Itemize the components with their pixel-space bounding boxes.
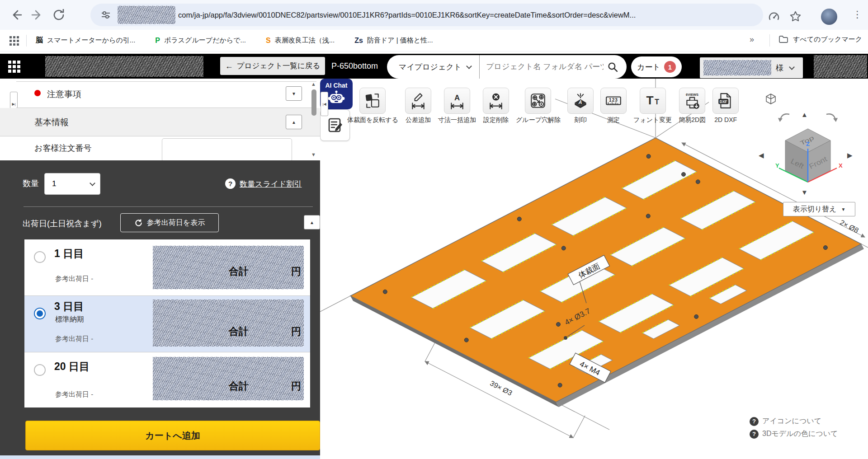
- bookmarks-overflow-chevron[interactable]: »: [750, 35, 754, 44]
- tool-batch-dimension[interactable]: A 寸法一括追加: [438, 88, 476, 124]
- view-switch-button[interactable]: 表示切り替え ▼: [783, 202, 855, 216]
- cart-label: カート: [637, 62, 660, 72]
- reload-icon[interactable]: [52, 8, 66, 22]
- radio-unchecked[interactable]: [34, 251, 46, 263]
- annotation-large-holes[interactable]: 2× Ø8: [839, 218, 860, 234]
- profile-avatar[interactable]: [821, 9, 837, 25]
- quantity-label: 数量: [23, 178, 39, 189]
- discount-help-icon[interactable]: ?: [225, 178, 236, 189]
- performance-gauge-icon[interactable]: [768, 11, 780, 23]
- quantity-discount-link[interactable]: 数量スライド割引: [240, 179, 302, 189]
- tool-label: グループ穴解除: [516, 116, 561, 124]
- tool-label: 設定削除: [483, 116, 509, 124]
- chrome-menu-icon[interactable]: ⋮: [853, 9, 862, 20]
- tool-label: フォント変更: [633, 116, 672, 124]
- view-navigation: ▲ ◀ Top Left Front Y Z X ▶ ▼ 表示切り替え ▼: [756, 88, 860, 220]
- scroll-up-arrow[interactable]: ▲: [311, 81, 316, 87]
- back-to-projects-button[interactable]: ← プロジェクト一覧に戻る: [220, 57, 325, 75]
- all-bookmarks-button[interactable]: すべてのブックマーク: [778, 34, 862, 44]
- reference-date-text: 参考出荷日 -: [55, 390, 93, 399]
- tool-change-font[interactable]: T T フォント変更: [633, 88, 672, 124]
- show-reference-date-button[interactable]: 参考出荷日を表示: [120, 213, 219, 232]
- orientation-cube[interactable]: Top Left Front Y Z X: [772, 124, 844, 197]
- divider: [26, 35, 27, 47]
- cube-outline-icon[interactable]: [764, 93, 778, 106]
- shipping-option-3day[interactable]: 3 日目 標準納期 参考出荷日 - 合計 円: [24, 296, 310, 352]
- part-settings-panel: ▶| 注意事項 ▼ 基本情報 ▲ お客様注文番号 ▲ ▼: [0, 79, 320, 160]
- user-menu[interactable]: 様: [700, 57, 803, 78]
- quantity-select[interactable]: 1: [44, 173, 100, 195]
- radio-unchecked[interactable]: [34, 364, 46, 376]
- bookmark-item[interactable]: Zs 防音ドア | 価格と性...: [354, 36, 433, 45]
- tilt-down-arrow[interactable]: ▼: [801, 188, 808, 196]
- help-about-model-colors[interactable]: ? 3Dモデルの色について: [750, 429, 838, 439]
- tool-delete-setting[interactable]: 設定削除: [483, 88, 509, 124]
- shipping-option-20day[interactable]: 20 日目 参考出荷日 - 合計 円: [24, 352, 310, 408]
- bookmark-star-icon[interactable]: [789, 10, 802, 23]
- tool-label: 公差追加: [406, 116, 431, 124]
- tool-engrave[interactable]: A 刻印: [567, 88, 594, 124]
- bookmark-favicon: Zs: [354, 37, 363, 45]
- total-label: 合計: [229, 265, 249, 278]
- chevron-down-icon: [90, 180, 95, 186]
- back-to-projects-label: プロジェクト一覧に戻る: [237, 61, 321, 71]
- rotate-right-step-arrow[interactable]: ▶: [847, 151, 853, 159]
- site-settings-icon[interactable]: [100, 9, 111, 20]
- apps-grid-icon[interactable]: [8, 35, 20, 47]
- tool-label: 2D DXF: [714, 116, 737, 123]
- standard-delivery-note: 標準納期: [55, 315, 84, 324]
- search-input[interactable]: [480, 62, 607, 71]
- rotate-right-icon[interactable]: [825, 110, 839, 123]
- forward-icon[interactable]: [30, 7, 45, 23]
- option-day-label: 1 日目: [54, 247, 84, 261]
- bookmark-item[interactable]: P ポラスグループだからで...: [155, 36, 246, 45]
- rotate-left-step-arrow[interactable]: ◀: [759, 151, 764, 159]
- url-text[interactable]: com/ja-jp/app/fa/3dview/0010DNEC82/parts…: [178, 11, 636, 19]
- shipping-options: 1 日目 参考出荷日 - 合計 円 3 日目 標準納期 参考出荷日 - 合計 円…: [24, 239, 310, 407]
- address-bar[interactable]: com/ja-jp/app/fa/3dview/0010DNEC82/parts…: [90, 4, 763, 26]
- tool-add-tolerance[interactable]: 公差追加: [405, 88, 431, 124]
- viewer-collapse-handle[interactable]: |◀: [321, 92, 328, 116]
- tool-2d-dxf[interactable]: DXF 2D DXF: [712, 88, 739, 124]
- shipping-collapse-button[interactable]: ▲: [304, 215, 320, 230]
- app-logo[interactable]: [45, 56, 203, 77]
- search-icon[interactable]: [607, 61, 618, 73]
- bookmark-item[interactable]: S 表層改良工法（浅...: [266, 36, 335, 45]
- tilt-up-arrow[interactable]: ▲: [801, 111, 808, 118]
- tool-ungroup-holes[interactable]: グループ穴解除: [516, 88, 561, 124]
- currency-label: 円: [291, 379, 301, 393]
- scrollbar-thumb[interactable]: [311, 89, 316, 116]
- basic-info-collapse-button[interactable]: ▲: [286, 115, 302, 129]
- dimension-batch-add-icon: A: [448, 92, 466, 109]
- waffle-menu-icon[interactable]: [6, 59, 22, 74]
- notice-collapse-button[interactable]: ▼: [286, 86, 302, 101]
- divider: [769, 34, 770, 47]
- tool-simple-2d[interactable]: 6VIEWS 簡易2D図: [679, 88, 706, 124]
- bookmark-favicon: P: [155, 37, 160, 45]
- tool-flip-face[interactable]: 体裁面を反転する: [347, 88, 398, 124]
- reference-date-text: 参考出荷日 -: [55, 275, 93, 283]
- bookmark-label: スマートメーターからの引...: [47, 36, 135, 45]
- viewer-3d[interactable]: 体裁面 4× Ø3.7 39× Ø3 4× M4 2× Ø8 |◀ 体裁面を反転…: [320, 79, 868, 459]
- back-icon[interactable]: [8, 7, 24, 23]
- cart-button[interactable]: カート 1: [631, 56, 682, 77]
- annotation-small-holes[interactable]: 39× Ø3: [489, 379, 514, 397]
- order-number-label: お客様注文番号: [34, 143, 91, 154]
- order-number-input[interactable]: [162, 138, 292, 162]
- bookmark-label: 防音ドア | 価格と性...: [367, 36, 433, 45]
- refresh-icon: [134, 219, 143, 227]
- tool-label: 測定: [607, 116, 620, 124]
- add-to-cart-button[interactable]: カートへ追加: [25, 421, 320, 450]
- header-search: マイプロジェクト: [387, 55, 627, 79]
- radio-checked[interactable]: [34, 308, 46, 319]
- redacted-username: [703, 60, 771, 75]
- help-about-icons[interactable]: ? アイコンについて: [750, 417, 821, 426]
- bookmark-item[interactable]: 脳 スマートメーターからの引...: [36, 36, 135, 45]
- shipping-option-1day[interactable]: 1 日目 参考出荷日 - 合計 円: [24, 239, 310, 296]
- rotate-left-icon[interactable]: [777, 110, 791, 123]
- search-scope-dropdown[interactable]: マイプロジェクト: [387, 62, 479, 72]
- tool-measure[interactable]: 123 測定: [600, 88, 627, 124]
- scroll-down-arrow[interactable]: ▼: [311, 152, 316, 157]
- project-title: P-650bottom: [331, 61, 378, 71]
- svg-text:T: T: [655, 98, 659, 106]
